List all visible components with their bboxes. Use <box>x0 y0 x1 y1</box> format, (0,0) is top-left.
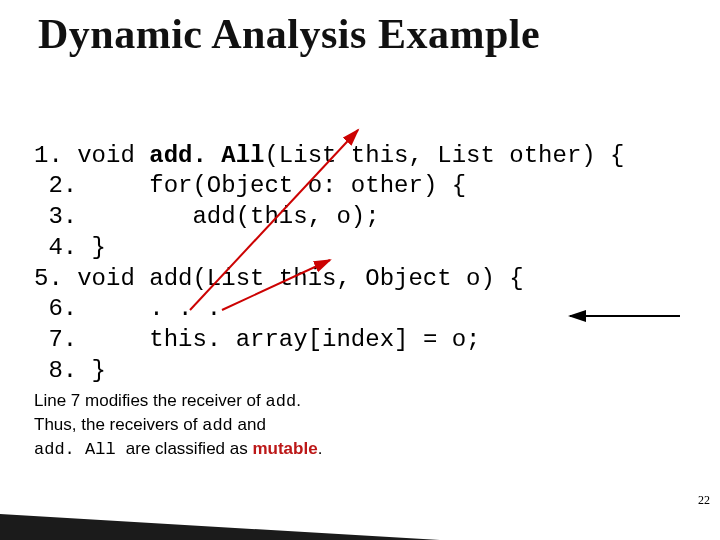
code-line-4: 4. } <box>34 234 106 261</box>
bottom-wedge <box>0 514 440 540</box>
caption-line-3: add. All are classified as mutable. <box>34 438 322 462</box>
caption-line-2: Thus, the receivers of add and <box>34 414 322 438</box>
caption-line-1: Line 7 modifies the receiver of add. <box>34 390 322 414</box>
code-line-3: 3. add(this, o); <box>34 203 380 230</box>
code-listing: 1. void add. All(List this, List other) … <box>34 110 625 386</box>
code-line-6: 6. . . . <box>34 295 221 322</box>
code-line-1: 1. void add. All(List this, List other) … <box>34 142 625 169</box>
slide-title: Dynamic Analysis Example <box>38 10 540 58</box>
code-line-5: 5. void add(List this, Object o) { <box>34 265 524 292</box>
slide: Dynamic Analysis Example 1. void add. Al… <box>0 0 720 540</box>
caption: Line 7 modifies the receiver of add. Thu… <box>34 390 322 462</box>
page-number: 22 <box>698 493 710 508</box>
code-line-7: 7. this. array[index] = o; <box>34 326 480 353</box>
code-line-2: 2. for(Object o: other) { <box>34 172 466 199</box>
code-line-8: 8. } <box>34 357 106 384</box>
